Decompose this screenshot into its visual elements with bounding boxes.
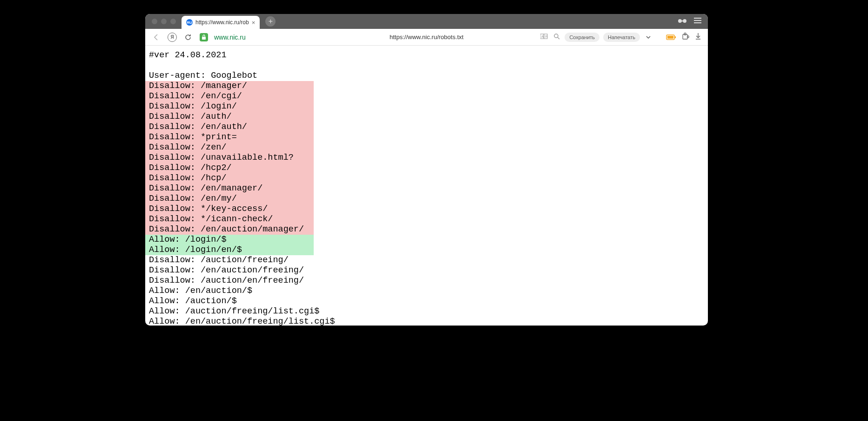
tab-close-button[interactable]: × xyxy=(252,19,256,26)
text-line: Disallow: /en/manager/ xyxy=(145,183,708,194)
back-button[interactable] xyxy=(151,32,162,43)
address-bar: Я www.nic.ru https://www.nic.ru/robots.t… xyxy=(145,29,708,46)
svg-rect-15 xyxy=(687,36,689,38)
text-line: Allow: /auction/freeing/list.cgi$ xyxy=(145,306,708,317)
search-icon[interactable] xyxy=(552,32,561,42)
text-line: Disallow: */icann-check/ xyxy=(145,214,708,224)
text-line: Disallow: /en/cgi/ xyxy=(145,91,708,102)
text-line: Disallow: /en/auction/manager/ xyxy=(145,224,708,235)
window-minimize-button[interactable] xyxy=(161,19,167,24)
tab-bar: RU https://www.nic.ru/rob × + xyxy=(145,14,708,29)
text-line: Allow: /login/en/$ xyxy=(145,245,708,255)
svg-point-8 xyxy=(554,34,558,38)
text-line: Disallow: /manager/ xyxy=(145,81,708,91)
incognito-icon[interactable] xyxy=(677,17,687,26)
new-tab-button[interactable]: + xyxy=(265,16,276,27)
browser-window: RU https://www.nic.ru/rob × + Я xyxy=(145,14,708,326)
extensions-icon[interactable] xyxy=(681,32,690,42)
print-button[interactable]: Напечатать xyxy=(603,33,640,42)
text-line: #ver 24.08.2021 xyxy=(145,50,708,61)
text-line: Disallow: */key-access/ xyxy=(145,204,708,214)
address-bar-right: AЯ Сохранить Напечатать xyxy=(539,32,702,42)
text-line: Allow: /en/auction/$ xyxy=(145,286,708,296)
actions-dropdown[interactable] xyxy=(644,34,653,41)
text-line: Disallow: /unavailable.html? xyxy=(145,153,708,163)
downloads-icon[interactable] xyxy=(694,32,702,42)
text-line: Disallow: /auction/freeing/ xyxy=(145,255,708,265)
window-maximize-button[interactable] xyxy=(170,19,176,24)
text-line: Disallow: /en/auction/freeing/ xyxy=(145,265,708,276)
site-lock-icon[interactable] xyxy=(198,32,209,43)
svg-rect-12 xyxy=(675,36,676,38)
svg-line-9 xyxy=(558,37,559,39)
svg-rect-3 xyxy=(202,37,206,40)
reload-button[interactable] xyxy=(182,32,194,43)
menu-icon[interactable] xyxy=(694,17,701,26)
text-line xyxy=(145,61,708,71)
text-line: Disallow: /auth/ xyxy=(145,112,708,122)
browser-tab[interactable]: RU https://www.nic.ru/rob × xyxy=(182,16,260,29)
window-controls xyxy=(145,19,176,24)
text-line: Disallow: /hcp/ xyxy=(145,173,708,183)
text-line: User-agent: Googlebot xyxy=(145,71,708,81)
text-line: Allow: /en/auction/freeing/list.cgi$ xyxy=(145,317,708,326)
text-line: Disallow: /auction/en/freeing/ xyxy=(145,276,708,286)
battery-icon xyxy=(665,34,677,41)
yandex-home-button[interactable]: Я xyxy=(167,32,178,43)
svg-rect-2 xyxy=(694,22,701,23)
tab-bar-right xyxy=(677,17,708,26)
svg-text:A: A xyxy=(541,35,544,38)
translate-icon[interactable]: AЯ xyxy=(539,32,549,42)
svg-rect-14 xyxy=(684,33,686,35)
url-text[interactable]: www.nic.ru xyxy=(214,34,246,41)
text-line: Disallow: /en/auth/ xyxy=(145,122,708,132)
tab-title: https://www.nic.ru/rob xyxy=(195,19,249,26)
save-button[interactable]: Сохранить xyxy=(565,33,599,42)
text-line: Disallow: /en/my/ xyxy=(145,194,708,204)
svg-rect-11 xyxy=(667,36,673,39)
text-line: Disallow: /zen/ xyxy=(145,143,708,153)
text-line: Disallow: /hcp2/ xyxy=(145,163,708,173)
svg-rect-0 xyxy=(694,18,701,19)
page-title: https://www.nic.ru/robots.txt xyxy=(390,34,464,41)
text-line: Allow: /auction/$ xyxy=(145,296,708,306)
tab-favicon: RU xyxy=(186,19,193,26)
text-line: Disallow: /login/ xyxy=(145,102,708,112)
text-line: Disallow: *print= xyxy=(145,132,708,143)
window-close-button[interactable] xyxy=(152,19,157,24)
svg-text:Я: Я xyxy=(545,35,547,38)
page-content: #ver 24.08.2021User-agent: GooglebotDisa… xyxy=(145,46,708,326)
svg-rect-1 xyxy=(694,20,701,21)
text-line: Allow: /login/$ xyxy=(145,235,708,245)
